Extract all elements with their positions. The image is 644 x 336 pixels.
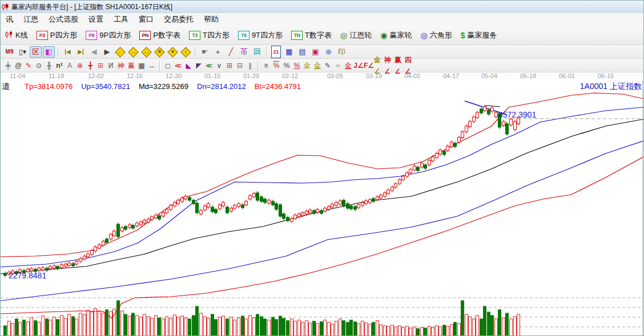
- ying-grid-icon[interactable]: 赢: [126, 60, 136, 71]
- comb-icon[interactable]: ╫: [44, 60, 54, 71]
- gann-wheel-icon[interactable]: ⊙: [34, 60, 44, 71]
- box-select-icon[interactable]: ◻: [163, 60, 173, 71]
- export-icon[interactable]: ⊛: [323, 46, 335, 58]
- pan-hand-icon[interactable]: ☛: [199, 46, 211, 58]
- circle-cross-icon[interactable]: ⊕: [75, 60, 85, 71]
- parallel-lines-icon[interactable]: ∥: [245, 60, 255, 71]
- compress-h-icon[interactable]: ×: [154, 46, 166, 58]
- candle-body: [469, 122, 472, 127]
- shift-right-icon[interactable]: →: [127, 46, 139, 58]
- gold-red-icon[interactable]: 金: [343, 60, 353, 71]
- calculator-icon[interactable]: ▦: [283, 46, 295, 58]
- t-square-button[interactable]: T3T四方形: [189, 30, 230, 41]
- volume-bar: [65, 318, 67, 336]
- kpattern-icon[interactable]: И: [106, 60, 116, 71]
- expand-h-icon[interactable]: ↔: [140, 46, 152, 58]
- grid-123-icon[interactable]: ▦: [136, 60, 147, 71]
- indicator-field-Tp: Tp=3814.0976: [25, 82, 73, 91]
- first-bar-icon[interactable]: |◀: [62, 46, 74, 58]
- 9p-square-button[interactable]: P99P四方形: [86, 30, 131, 41]
- save-icon[interactable]: ▣: [309, 46, 321, 58]
- volume-bar: [19, 322, 22, 336]
- grid-dots-icon[interactable]: ⊞: [224, 60, 235, 71]
- n2-icon[interactable]: n²: [54, 60, 65, 71]
- target-icon[interactable]: ╋: [85, 60, 95, 71]
- next-bar-icon[interactable]: ▶: [101, 46, 113, 58]
- winner-service-button[interactable]: $赢家服务: [461, 30, 497, 41]
- angle-a-icon[interactable]: A: [65, 60, 75, 71]
- print-icon[interactable]: 印: [336, 46, 348, 58]
- f-angle-icon[interactable]: F∠: [364, 60, 374, 71]
- si-angle-icon[interactable]: 四∠: [405, 60, 415, 71]
- candle-body: [476, 112, 479, 118]
- gold-angle-icon[interactable]: 金∠: [374, 60, 384, 71]
- gann-tool-icon[interactable]: 芇: [238, 46, 250, 58]
- last-bar-icon[interactable]: ▶|: [75, 46, 87, 58]
- notes-icon[interactable]: ▤: [296, 46, 308, 58]
- histogram-tool-icon[interactable]: ◧: [43, 46, 55, 58]
- shen-grid-icon[interactable]: 神: [116, 60, 126, 71]
- expand-all-icon[interactable]: +: [167, 46, 179, 58]
- wave-icon[interactable]: ≈: [333, 60, 343, 71]
- p-table-button[interactable]: PNP数字表: [139, 30, 180, 41]
- v-wave-icon[interactable]: ∨: [214, 60, 224, 71]
- green-rays-icon[interactable]: ≪: [204, 60, 214, 71]
- gold-line-icon[interactable]: 金: [312, 60, 323, 71]
- calendar-icon[interactable]: 21: [270, 46, 282, 58]
- pattern-9-icon[interactable]: M9: [3, 46, 15, 58]
- vol-profile-icon[interactable]: ≡: [261, 60, 271, 71]
- volume-bar: [226, 319, 229, 336]
- volume-bar: [436, 326, 438, 336]
- square-target-icon[interactable]: ⊞: [95, 60, 106, 71]
- kline-button[interactable]: K线: [5, 30, 28, 41]
- menu-item-6[interactable]: 交易委托: [159, 13, 199, 26]
- volume-bar: [61, 315, 63, 336]
- menu-item-4[interactable]: 工具: [108, 13, 134, 26]
- menu-item-1[interactable]: 江恩: [18, 13, 43, 26]
- measure-icon[interactable]: ↔: [147, 60, 157, 71]
- t-table-button[interactable]: TNT数字表: [291, 30, 332, 41]
- shift-left-icon[interactable]: ←: [114, 46, 126, 58]
- dark-fan-icon[interactable]: ◤: [194, 60, 204, 71]
- gann-wheel-button[interactable]: ◎江恩轮: [340, 30, 372, 41]
- menu-item-2[interactable]: 公式选股: [43, 13, 83, 26]
- gold-circle-icon[interactable]: 金: [302, 60, 312, 71]
- red-fan-icon[interactable]: ≪: [173, 60, 183, 71]
- trendline-tool-icon[interactable]: ╱: [225, 46, 237, 58]
- percent-line-icon[interactable]: %: [292, 60, 302, 71]
- candle-body: [436, 153, 438, 157]
- pencil-bars-icon[interactable]: ✎: [323, 60, 333, 71]
- menu-item-5[interactable]: 窗口: [134, 13, 159, 26]
- candle-body: [222, 203, 225, 206]
- pattern-tool-icon[interactable]: 区: [30, 46, 42, 58]
- candle-body: [409, 169, 412, 173]
- menu-item-0[interactable]: 讯: [1, 13, 18, 26]
- j-angle-icon[interactable]: J∠: [353, 60, 364, 71]
- 9t-square-button[interactable]: T99T四方形: [238, 30, 283, 41]
- menu-item-3[interactable]: 设置: [83, 13, 108, 26]
- gann-angle-icon[interactable]: ╪: [3, 60, 13, 71]
- volume-bar: [27, 322, 30, 336]
- crosshair-icon[interactable]: ＋: [212, 46, 224, 58]
- percent-icon[interactable]: %: [281, 60, 292, 71]
- compress-all-icon[interactable]: ↕: [180, 46, 192, 58]
- ying-angle-icon[interactable]: 赢∠: [395, 60, 405, 71]
- p-square-button[interactable]: P3P四方形: [37, 30, 78, 41]
- prev-bar-icon[interactable]: ◀: [88, 46, 100, 58]
- spiral-icon[interactable]: @: [13, 60, 23, 71]
- purple-fan-icon[interactable]: ◣: [183, 60, 194, 71]
- candle-type-dropdown[interactable]: ▯▾: [17, 46, 29, 58]
- shen-angle-icon[interactable]: 神∠: [384, 60, 395, 71]
- percent-top-icon[interactable]: %: [271, 60, 281, 71]
- grid-dots2-icon[interactable]: ⊟: [235, 60, 245, 71]
- app-window: 赢家内部服务平台] - [上证指数 SH1A0001-167日K线] 讯江恩公式…: [0, 0, 644, 336]
- winner-wheel-button[interactable]: ◉赢家轮: [380, 30, 412, 41]
- menu-item-7[interactable]: 帮助: [199, 13, 224, 26]
- candle-body: [343, 200, 345, 206]
- chart-area[interactable]: ⊥4572.39012279.8481 道Tp=3814.0976Up=3540…: [1, 80, 644, 336]
- hexagon-button[interactable]: ◎六角形: [420, 30, 452, 41]
- pencil-icon[interactable]: ✎: [23, 60, 34, 71]
- brain-tool-icon[interactable]: 回: [251, 46, 263, 58]
- kline-chart[interactable]: ⊥4572.39012279.8481: [1, 80, 644, 336]
- volume-bar: [275, 319, 278, 336]
